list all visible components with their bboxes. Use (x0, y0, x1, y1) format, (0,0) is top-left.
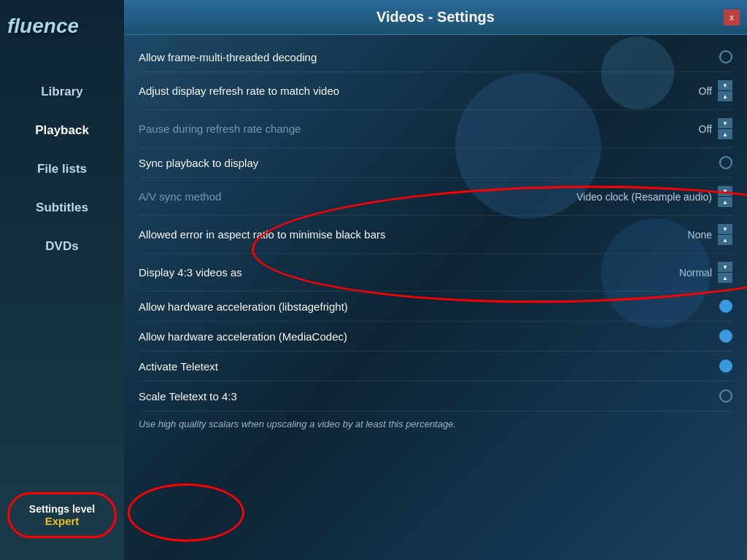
toggle-sync-display[interactable] (719, 156, 732, 169)
toggle-activate-teletext[interactable] (719, 359, 732, 373)
dropdown-value-display-43: Normal (679, 267, 712, 279)
dropdown-arrows-display-43[interactable]: ▼ ▲ (718, 262, 732, 283)
dropdown-arrows-refresh-rate[interactable]: ▼ ▲ (718, 80, 732, 101)
toggle-frame-threading[interactable] (719, 50, 732, 63)
setting-row-display-43: Display 4:3 videos as Normal ▼ ▲ (139, 254, 732, 292)
setting-control-display-43: Normal ▼ ▲ (679, 262, 732, 283)
settings-level-label: Settings level (18, 503, 106, 515)
arrow-up-av-sync[interactable]: ▲ (718, 197, 732, 207)
toggle-hw-accel-mediacodec[interactable] (719, 330, 732, 343)
setting-label-hw-accel-mediacodec: Allow hardware acceleration (MediaCodec) (139, 330, 719, 343)
settings-level-box: Settings level Expert (7, 492, 117, 538)
close-button[interactable]: x (724, 9, 740, 26)
setting-row-refresh-rate: Adjust display refresh rate to match vid… (139, 72, 732, 110)
settings-list: Allow frame-multi-threaded decoding Adju… (124, 35, 747, 560)
setting-row-aspect-ratio: Allowed error in aspect ratio to minimis… (139, 216, 732, 254)
toggle-scale-teletext[interactable] (719, 389, 732, 402)
setting-label-sync-display: Sync playback to display (139, 157, 719, 169)
setting-control-sync-display (719, 156, 732, 169)
sidebar-item-dvds[interactable]: DVDs (0, 229, 124, 264)
arrow-down-aspect-ratio[interactable]: ▼ (718, 224, 732, 234)
setting-label-refresh-rate: Adjust display refresh rate to match vid… (139, 85, 699, 97)
setting-row-pause-refresh: Pause during refresh rate change Off ▼ ▲ (139, 110, 732, 148)
dropdown-arrows-pause-refresh[interactable]: ▼ ▲ (718, 118, 732, 139)
settings-level-value[interactable]: Expert (18, 515, 106, 527)
setting-label-display-43: Display 4:3 videos as (139, 266, 679, 279)
arrow-up-display-43[interactable]: ▲ (718, 273, 732, 283)
arrow-down-pause-refresh[interactable]: ▼ (718, 118, 732, 128)
bottom-note: Use high quality scalars when upscaling … (139, 411, 732, 437)
setting-label-activate-teletext: Activate Teletext (139, 360, 719, 373)
setting-control-activate-teletext (719, 359, 732, 373)
dropdown-arrows-av-sync[interactable]: ▼ ▲ (718, 186, 732, 207)
setting-control-av-sync: Video clock (Resample audio) ▼ ▲ (576, 186, 732, 207)
dropdown-arrows-aspect-ratio[interactable]: ▼ ▲ (718, 224, 732, 245)
setting-row-activate-teletext: Activate Teletext (139, 351, 732, 381)
arrow-up-aspect-ratio[interactable]: ▲ (718, 235, 732, 245)
sidebar-item-subtitles[interactable]: Subtitles (0, 190, 124, 225)
app-logo: fluence (0, 15, 79, 38)
dropdown-value-aspect-ratio: None (688, 229, 712, 241)
setting-control-scale-teletext (719, 389, 732, 402)
setting-control-hw-accel-mediacodec (719, 330, 732, 343)
setting-label-pause-refresh: Pause during refresh rate change (139, 122, 699, 135)
setting-row-scale-teletext: Scale Teletext to 4:3 (139, 381, 732, 411)
dropdown-value-av-sync: Video clock (Resample audio) (576, 191, 712, 203)
setting-control-frame-threading (719, 50, 732, 63)
window-title: Videos - Settings (376, 9, 495, 26)
toggle-hw-accel-libstagefright[interactable] (719, 300, 732, 313)
setting-label-hw-accel-libstagefright: Allow hardware acceleration (libstagefri… (139, 300, 719, 313)
arrow-down-refresh-rate[interactable]: ▼ (718, 80, 732, 90)
arrow-up-pause-refresh[interactable]: ▲ (718, 129, 732, 139)
setting-row-av-sync: A/V sync method Video clock (Resample au… (139, 178, 732, 216)
setting-control-aspect-ratio: None ▼ ▲ (688, 224, 732, 245)
setting-label-frame-threading: Allow frame-multi-threaded decoding (139, 51, 719, 63)
sidebar-nav: Library Playback File lists Subtitles DV… (0, 74, 124, 264)
setting-row-frame-threading: Allow frame-multi-threaded decoding (139, 42, 732, 72)
dropdown-value-refresh-rate: Off (699, 85, 712, 97)
sidebar-item-library[interactable]: Library (0, 74, 124, 109)
setting-control-pause-refresh: Off ▼ ▲ (699, 118, 732, 139)
sidebar-item-filelists[interactable]: File lists (0, 152, 124, 187)
setting-label-scale-teletext: Scale Teletext to 4:3 (139, 390, 719, 402)
setting-control-refresh-rate: Off ▼ ▲ (699, 80, 732, 101)
arrow-up-refresh-rate[interactable]: ▲ (718, 91, 732, 101)
setting-row-sync-display: Sync playback to display (139, 148, 732, 178)
setting-control-hw-accel-libstagefright (719, 300, 732, 313)
setting-label-av-sync: A/V sync method (139, 190, 576, 203)
main-content: Videos - Settings x Allow frame-multi-th… (124, 0, 747, 560)
title-bar: Videos - Settings x (124, 0, 747, 35)
arrow-down-av-sync[interactable]: ▼ (718, 186, 732, 196)
setting-row-hw-accel-libstagefright: Allow hardware acceleration (libstagefri… (139, 292, 732, 322)
arrow-down-display-43[interactable]: ▼ (718, 262, 732, 272)
setting-label-aspect-ratio: Allowed error in aspect ratio to minimis… (139, 228, 688, 241)
sidebar: fluence Library Playback File lists Subt… (0, 0, 124, 560)
dropdown-value-pause-refresh: Off (699, 123, 712, 135)
logo-text: fluence (7, 15, 79, 37)
setting-row-hw-accel-mediacodec: Allow hardware acceleration (MediaCodec) (139, 322, 732, 351)
sidebar-item-playback[interactable]: Playback (0, 113, 124, 148)
